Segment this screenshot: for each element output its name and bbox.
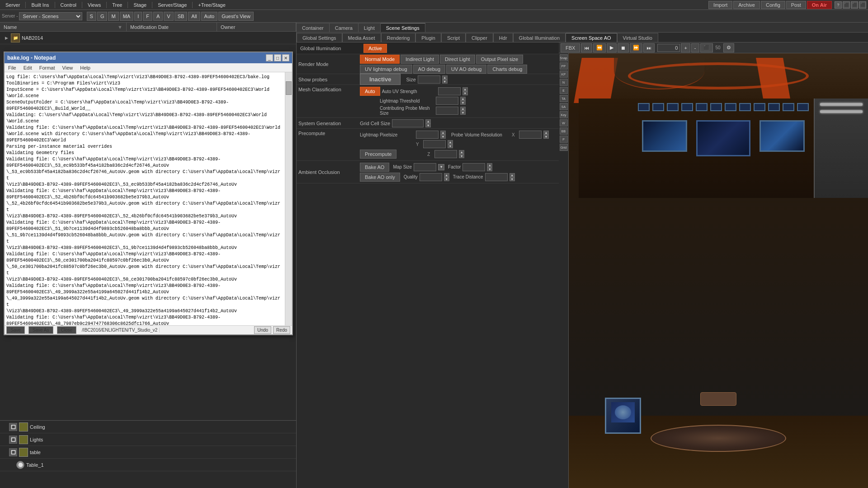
menu-control[interactable]: Control [57, 1, 80, 9]
notepad-view-menu[interactable]: View [61, 64, 75, 71]
output-pixel-btn[interactable]: Output Pixel size [476, 55, 524, 64]
scene-tab-hdr[interactable]: Hdr [493, 33, 513, 42]
pvz-up[interactable]: ▲ [459, 150, 464, 154]
toolbar-s[interactable]: S [87, 12, 96, 21]
help-icon-2[interactable]: ⬛ [843, 1, 850, 9]
scene-tab-plugin[interactable]: Plugin [415, 33, 441, 42]
p-btn[interactable]: P [560, 136, 568, 143]
probe-x-input[interactable]: 10 [519, 131, 542, 139]
notepad-maximize-btn[interactable]: □ [274, 54, 281, 61]
pvy-down[interactable]: ▼ [448, 144, 453, 148]
pvx-down[interactable]: ▼ [543, 135, 549, 139]
notepad-file-menu[interactable]: File [6, 64, 18, 71]
config-btn[interactable]: Config [761, 1, 785, 9]
menu-builtins[interactable]: Built Ins [28, 1, 52, 9]
precompute-btn[interactable]: Precompute [360, 150, 396, 159]
tree-item-ceiling[interactable]: 🔳 Ceiling [0, 421, 296, 433]
menu-treestage[interactable]: +Tree/Stage [194, 1, 229, 9]
tree-item-table[interactable]: 🔳 table [0, 446, 296, 459]
toolbar-ma[interactable]: MA [120, 12, 134, 21]
frame-counter[interactable] [657, 44, 680, 52]
scene-tab-rendering[interactable]: Rendering [381, 33, 416, 42]
scene-tab-gi[interactable]: Global Illumination [513, 33, 566, 42]
size-down[interactable]: ▼ [442, 80, 448, 84]
scene-tab-media[interactable]: Media Asset [342, 33, 381, 42]
vp-marker[interactable]: ⬛ [700, 43, 713, 52]
status-save-btn[interactable]: Save [6, 326, 25, 334]
status-saveas-btn[interactable]: Save As [28, 326, 53, 334]
tab-scene-settings[interactable]: Scene Settings [381, 23, 425, 32]
fbx-btn[interactable]: FBX [561, 43, 580, 52]
pp-btn[interactable]: PP [560, 62, 568, 70]
grid-down[interactable]: ▼ [425, 123, 431, 127]
show-probes-inactive-btn[interactable]: Inactive [360, 74, 401, 85]
vp-prev[interactable]: ⏪ [593, 43, 606, 52]
notepad-edit-menu[interactable]: Edit [22, 64, 34, 71]
lightmap-px-input[interactable]: 50.0 [416, 131, 439, 139]
factor-input[interactable]: 111.0 [462, 163, 485, 171]
help-icon-3[interactable]: ⬛ [851, 1, 858, 9]
notepad-minimize-btn[interactable]: _ [266, 54, 273, 61]
bake-ao-btn[interactable]: Bake AO [360, 163, 389, 172]
3d-viewport[interactable]: Snap PP KP N E TA SA Key W BB P Grid [559, 53, 868, 488]
notepad-close-btn[interactable]: ✕ [282, 54, 289, 61]
probe-up[interactable]: ▲ [460, 107, 466, 111]
vp-play[interactable]: ▶ [607, 43, 617, 52]
help-icon-1[interactable]: ? [835, 1, 842, 9]
ao-mapsize-input[interactable]: 1024 [414, 163, 436, 171]
scene-tab-ssao[interactable]: Screen Space AO [566, 33, 617, 42]
import-btn[interactable]: Import [708, 1, 732, 9]
probe-z-input[interactable]: 10 [434, 150, 457, 158]
scene-tab-script[interactable]: Script [441, 33, 466, 42]
toolbar-auto[interactable]: Auto [201, 12, 218, 21]
tab-camera[interactable]: Camera [330, 23, 359, 32]
lmpx-up[interactable]: ▲ [440, 131, 446, 135]
lightmap-up[interactable]: ▲ [460, 97, 466, 101]
toolbar-v[interactable]: V [164, 12, 173, 21]
lmpx-down[interactable]: ▼ [440, 135, 446, 139]
indirect-light-btn[interactable]: Indirect Light [401, 55, 439, 64]
menu-serverstage[interactable]: Server/Stage [154, 1, 190, 9]
mesh-auto-btn[interactable]: Auto [360, 87, 380, 96]
charts-debug-btn[interactable]: Charts debug [487, 65, 527, 74]
trace-down[interactable]: ▼ [509, 177, 515, 181]
tab-container[interactable]: Container [297, 23, 330, 32]
auto-uv-down[interactable]: ▼ [462, 91, 468, 95]
status-close-btn[interactable]: Close [57, 326, 77, 334]
scene-tab-clipper[interactable]: Clipper [466, 33, 493, 42]
vp-frame-add[interactable]: + [681, 43, 690, 52]
notepad-help-menu[interactable]: Help [78, 64, 92, 71]
probe-mesh-input[interactable]: 5.0 [436, 107, 458, 115]
trace-input[interactable]: 100.0 [485, 173, 508, 181]
vp-settings-btn[interactable]: ⚙ [723, 43, 734, 52]
lightmap-down[interactable]: ▼ [460, 101, 466, 105]
snap-btn[interactable]: Snap [560, 54, 568, 61]
w-btn[interactable]: W [560, 119, 568, 127]
notepad-scrollbar[interactable] [285, 72, 292, 325]
normal-mode-btn[interactable]: Normal Mode [360, 55, 400, 64]
probe-y-input[interactable]: 10 [423, 140, 446, 148]
probe-down[interactable]: ▼ [460, 111, 466, 115]
notepad-format-menu[interactable]: Format [38, 64, 57, 71]
pvy-up[interactable]: ▲ [448, 140, 453, 144]
toolbar-all[interactable]: All [188, 12, 200, 21]
toolbar-a[interactable]: A [153, 12, 163, 21]
redo-btn[interactable]: Redo [273, 326, 290, 334]
pvz-down[interactable]: ▼ [459, 154, 464, 158]
toolbar-g[interactable]: G [97, 12, 108, 21]
menu-tree[interactable]: Tree [108, 1, 126, 9]
menu-server[interactable]: Server [2, 1, 24, 9]
factor-up[interactable]: ▲ [487, 163, 492, 167]
bb-btn[interactable]: BB [560, 127, 568, 135]
server-scene-select[interactable]: Server - Scenes [19, 12, 82, 20]
grid-up[interactable]: ▲ [425, 119, 431, 123]
gi-active-btn[interactable]: Active [363, 44, 387, 53]
grid-btn[interactable]: Grid [560, 144, 568, 151]
factor-down[interactable]: ▼ [487, 167, 492, 171]
archive-btn[interactable]: Archive [733, 1, 760, 9]
size-input[interactable]: 1.0 [418, 75, 440, 84]
uv-lightmap-btn[interactable]: UV lightmap debug [360, 65, 412, 74]
n-btn[interactable]: N [560, 79, 568, 86]
notepad-content[interactable]: Log file: C:\Users\haf\AppData\Local\Tem… [5, 72, 292, 325]
toolbar-f[interactable]: F [143, 12, 152, 21]
